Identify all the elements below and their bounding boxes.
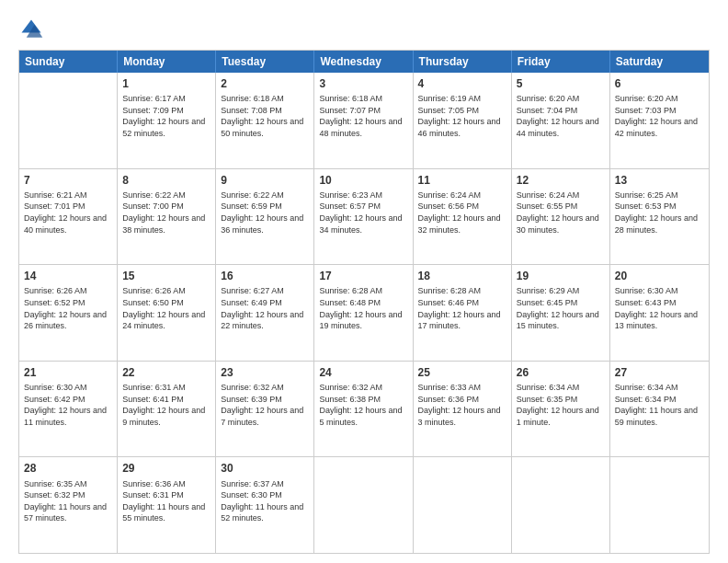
cal-cell: 1Sunrise: 6:17 AM Sunset: 7:09 PM Daylig… — [118, 73, 216, 168]
day-number: 20 — [615, 269, 704, 283]
cal-cell — [610, 457, 709, 553]
week-row-5: 28Sunrise: 6:35 AM Sunset: 6:32 PM Dayli… — [19, 457, 709, 553]
cal-cell: 7Sunrise: 6:21 AM Sunset: 7:01 PM Daylig… — [19, 169, 118, 265]
cal-cell: 19Sunrise: 6:29 AM Sunset: 6:45 PM Dayli… — [512, 265, 610, 361]
cal-cell: 27Sunrise: 6:34 AM Sunset: 6:34 PM Dayli… — [610, 362, 709, 457]
cal-cell: 2Sunrise: 6:18 AM Sunset: 7:08 PM Daylig… — [216, 73, 314, 168]
day-number: 21 — [24, 365, 112, 380]
day-header-thursday: Thursday — [414, 51, 512, 73]
cell-info: Sunrise: 6:28 AM Sunset: 6:48 PM Dayligh… — [319, 285, 407, 331]
day-number: 25 — [418, 365, 506, 380]
week-row-2: 7Sunrise: 6:21 AM Sunset: 7:01 PM Daylig… — [19, 169, 709, 266]
cell-info: Sunrise: 6:32 AM Sunset: 6:38 PM Dayligh… — [319, 382, 407, 428]
day-number: 15 — [122, 269, 210, 283]
cell-info: Sunrise: 6:22 AM Sunset: 6:59 PM Dayligh… — [221, 190, 309, 236]
cal-cell: 25Sunrise: 6:33 AM Sunset: 6:36 PM Dayli… — [414, 362, 512, 457]
cell-info: Sunrise: 6:37 AM Sunset: 6:30 PM Dayligh… — [221, 478, 309, 524]
cell-info: Sunrise: 6:21 AM Sunset: 7:01 PM Dayligh… — [24, 190, 112, 236]
cal-cell: 3Sunrise: 6:18 AM Sunset: 7:07 PM Daylig… — [314, 73, 413, 168]
cell-info: Sunrise: 6:30 AM Sunset: 6:42 PM Dayligh… — [24, 382, 112, 428]
day-number: 18 — [418, 269, 506, 283]
cell-info: Sunrise: 6:17 AM Sunset: 7:09 PM Dayligh… — [122, 93, 210, 139]
cal-cell: 18Sunrise: 6:28 AM Sunset: 6:46 PM Dayli… — [414, 265, 512, 361]
cell-info: Sunrise: 6:32 AM Sunset: 6:39 PM Dayligh… — [221, 382, 309, 428]
cal-cell: 14Sunrise: 6:26 AM Sunset: 6:52 PM Dayli… — [19, 265, 118, 361]
day-number: 7 — [24, 173, 112, 188]
day-header-saturday: Saturday — [610, 51, 709, 73]
cell-info: Sunrise: 6:24 AM Sunset: 6:56 PM Dayligh… — [418, 190, 506, 236]
cal-cell: 28Sunrise: 6:35 AM Sunset: 6:32 PM Dayli… — [19, 457, 118, 553]
day-number: 16 — [221, 269, 309, 283]
day-number: 13 — [615, 173, 704, 188]
cal-cell: 11Sunrise: 6:24 AM Sunset: 6:56 PM Dayli… — [414, 169, 512, 265]
day-number: 27 — [615, 365, 704, 380]
cal-cell: 22Sunrise: 6:31 AM Sunset: 6:41 PM Dayli… — [118, 362, 216, 457]
calendar-body: 1Sunrise: 6:17 AM Sunset: 7:09 PM Daylig… — [19, 73, 709, 553]
day-header-tuesday: Tuesday — [216, 51, 314, 73]
logo — [18, 17, 48, 42]
cal-cell: 29Sunrise: 6:36 AM Sunset: 6:31 PM Dayli… — [118, 457, 216, 553]
day-number: 8 — [122, 173, 210, 188]
cell-info: Sunrise: 6:36 AM Sunset: 6:31 PM Dayligh… — [122, 478, 210, 524]
cell-info: Sunrise: 6:20 AM Sunset: 7:03 PM Dayligh… — [615, 93, 704, 139]
cal-cell: 13Sunrise: 6:25 AM Sunset: 6:53 PM Dayli… — [610, 169, 709, 265]
page: SundayMondayTuesdayWednesdayThursdayFrid… — [0, 0, 728, 563]
cell-info: Sunrise: 6:27 AM Sunset: 6:49 PM Dayligh… — [221, 285, 309, 331]
calendar: SundayMondayTuesdayWednesdayThursdayFrid… — [18, 50, 710, 554]
cell-info: Sunrise: 6:23 AM Sunset: 6:57 PM Dayligh… — [319, 190, 407, 236]
day-number: 14 — [24, 269, 112, 283]
logo-icon — [18, 17, 44, 42]
cell-info: Sunrise: 6:34 AM Sunset: 6:34 PM Dayligh… — [615, 382, 704, 428]
calendar-header: SundayMondayTuesdayWednesdayThursdayFrid… — [19, 51, 709, 73]
cal-cell — [512, 457, 610, 553]
day-number: 5 — [517, 76, 605, 91]
cell-info: Sunrise: 6:25 AM Sunset: 6:53 PM Dayligh… — [615, 190, 704, 236]
cal-cell: 20Sunrise: 6:30 AM Sunset: 6:43 PM Dayli… — [610, 265, 709, 361]
cal-cell: 4Sunrise: 6:19 AM Sunset: 7:05 PM Daylig… — [414, 73, 512, 168]
cal-cell: 9Sunrise: 6:22 AM Sunset: 6:59 PM Daylig… — [216, 169, 314, 265]
cell-info: Sunrise: 6:19 AM Sunset: 7:05 PM Dayligh… — [418, 93, 506, 139]
day-number: 23 — [221, 365, 309, 380]
day-number: 2 — [221, 76, 309, 91]
cal-cell: 26Sunrise: 6:34 AM Sunset: 6:35 PM Dayli… — [512, 362, 610, 457]
day-number: 28 — [24, 461, 112, 476]
day-number: 30 — [221, 461, 309, 476]
cal-cell: 17Sunrise: 6:28 AM Sunset: 6:48 PM Dayli… — [314, 265, 413, 361]
cal-cell: 12Sunrise: 6:24 AM Sunset: 6:55 PM Dayli… — [512, 169, 610, 265]
cell-info: Sunrise: 6:35 AM Sunset: 6:32 PM Dayligh… — [24, 478, 112, 524]
day-number: 4 — [418, 76, 506, 91]
day-number: 19 — [517, 269, 605, 283]
cell-info: Sunrise: 6:34 AM Sunset: 6:35 PM Dayligh… — [517, 382, 605, 428]
cell-info: Sunrise: 6:18 AM Sunset: 7:07 PM Dayligh… — [319, 93, 407, 139]
cell-info: Sunrise: 6:33 AM Sunset: 6:36 PM Dayligh… — [418, 382, 506, 428]
cal-cell: 15Sunrise: 6:26 AM Sunset: 6:50 PM Dayli… — [118, 265, 216, 361]
cell-info: Sunrise: 6:29 AM Sunset: 6:45 PM Dayligh… — [517, 285, 605, 331]
cal-cell: 30Sunrise: 6:37 AM Sunset: 6:30 PM Dayli… — [216, 457, 314, 553]
week-row-1: 1Sunrise: 6:17 AM Sunset: 7:09 PM Daylig… — [19, 73, 709, 169]
day-header-monday: Monday — [118, 51, 216, 73]
cell-info: Sunrise: 6:28 AM Sunset: 6:46 PM Dayligh… — [418, 285, 506, 331]
cal-cell: 5Sunrise: 6:20 AM Sunset: 7:04 PM Daylig… — [512, 73, 610, 168]
cell-info: Sunrise: 6:26 AM Sunset: 6:52 PM Dayligh… — [24, 285, 112, 331]
cal-cell: 21Sunrise: 6:30 AM Sunset: 6:42 PM Dayli… — [19, 362, 118, 457]
cal-cell: 8Sunrise: 6:22 AM Sunset: 7:00 PM Daylig… — [118, 169, 216, 265]
cal-cell: 6Sunrise: 6:20 AM Sunset: 7:03 PM Daylig… — [610, 73, 709, 168]
cell-info: Sunrise: 6:18 AM Sunset: 7:08 PM Dayligh… — [221, 93, 309, 139]
week-row-4: 21Sunrise: 6:30 AM Sunset: 6:42 PM Dayli… — [19, 362, 709, 458]
day-header-sunday: Sunday — [19, 51, 118, 73]
cell-info: Sunrise: 6:26 AM Sunset: 6:50 PM Dayligh… — [122, 285, 210, 331]
cell-info: Sunrise: 6:22 AM Sunset: 7:00 PM Dayligh… — [122, 190, 210, 236]
day-header-friday: Friday — [512, 51, 610, 73]
day-number: 3 — [319, 76, 407, 91]
cell-info: Sunrise: 6:20 AM Sunset: 7:04 PM Dayligh… — [517, 93, 605, 139]
day-number: 10 — [319, 173, 407, 188]
cal-cell: 23Sunrise: 6:32 AM Sunset: 6:39 PM Dayli… — [216, 362, 314, 457]
day-number: 24 — [319, 365, 407, 380]
day-number: 26 — [517, 365, 605, 380]
cal-cell: 16Sunrise: 6:27 AM Sunset: 6:49 PM Dayli… — [216, 265, 314, 361]
cal-cell — [414, 457, 512, 553]
cal-cell — [314, 457, 413, 553]
day-number: 12 — [517, 173, 605, 188]
day-number: 22 — [122, 365, 210, 380]
day-header-wednesday: Wednesday — [314, 51, 413, 73]
